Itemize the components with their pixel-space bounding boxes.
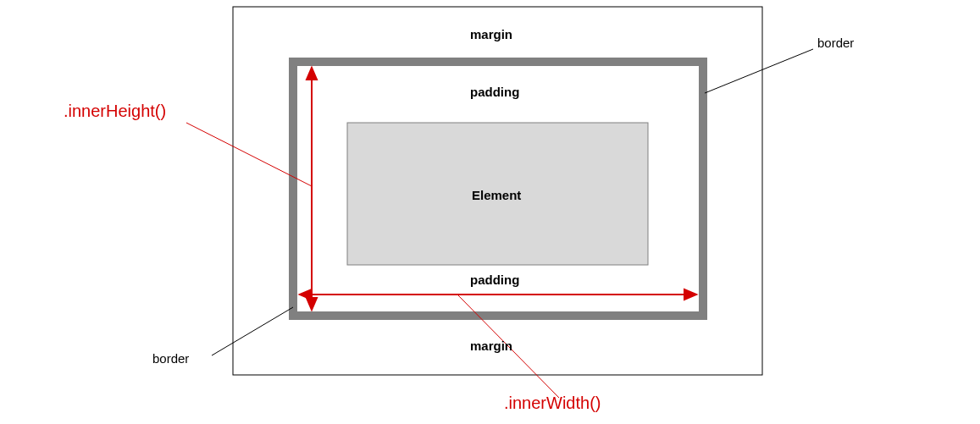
- border-label-right: border: [817, 36, 854, 50]
- element-label: Element: [472, 188, 521, 202]
- border-leader-right: [705, 49, 813, 93]
- box-model-diagram: [0, 0, 980, 424]
- border-leader-left: [212, 307, 293, 355]
- inner-width-label: .innerWidth(): [504, 394, 601, 413]
- padding-label-bottom: padding: [470, 273, 519, 287]
- inner-height-label: .innerHeight(): [64, 102, 166, 121]
- margin-label-top: margin: [470, 27, 512, 41]
- margin-label-bottom: margin: [470, 339, 512, 353]
- border-label-left: border: [152, 351, 189, 366]
- padding-label-top: padding: [470, 85, 519, 99]
